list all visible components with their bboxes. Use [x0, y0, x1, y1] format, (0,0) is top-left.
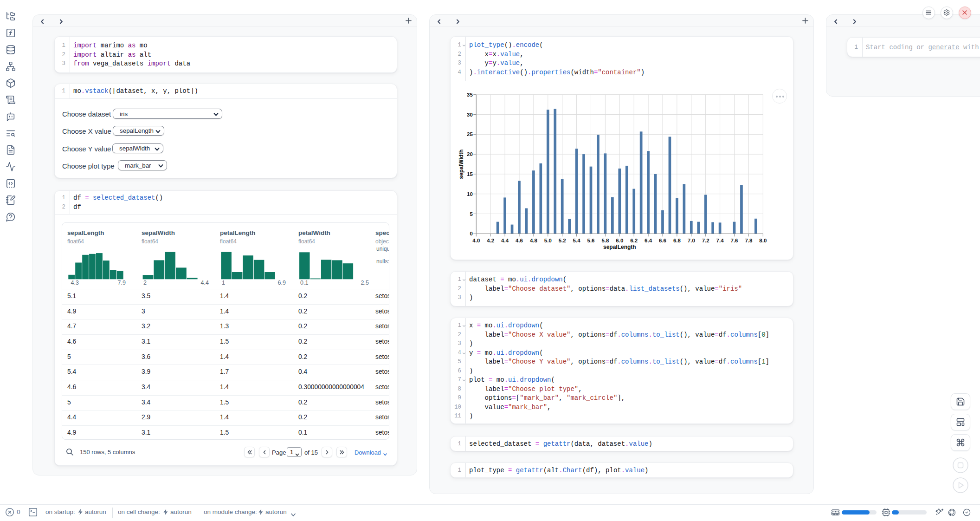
svg-text:5: 5 [470, 211, 473, 217]
svg-text:6.4: 6.4 [645, 238, 652, 243]
svg-text:7.2: 7.2 [702, 238, 709, 243]
svg-text:7.8: 7.8 [745, 238, 753, 243]
svg-text:8.0: 8.0 [759, 238, 767, 243]
svg-text:30: 30 [467, 112, 473, 117]
svg-text:20: 20 [467, 151, 473, 157]
svg-text:4.4: 4.4 [501, 238, 509, 243]
svg-text:7.6: 7.6 [731, 238, 738, 243]
svg-text:35: 35 [467, 92, 473, 98]
svg-text:4.8: 4.8 [530, 238, 538, 243]
svg-text:4.2: 4.2 [487, 238, 494, 243]
svg-text:4.0: 4.0 [472, 238, 480, 243]
svg-text:6.6: 6.6 [659, 238, 666, 243]
svg-text:sepalWidth: sepalWidth [458, 150, 464, 179]
svg-text:0: 0 [470, 231, 472, 236]
svg-text:sepalLength: sepalLength [603, 244, 636, 250]
svg-text:5.0: 5.0 [544, 238, 552, 243]
svg-text:7.4: 7.4 [716, 238, 724, 243]
svg-text:25: 25 [467, 131, 473, 137]
svg-text:5.8: 5.8 [601, 238, 609, 243]
svg-text:5.4: 5.4 [573, 238, 581, 243]
svg-text:4.6: 4.6 [516, 238, 523, 243]
svg-text:6.0: 6.0 [616, 238, 623, 243]
svg-text:6.2: 6.2 [630, 238, 638, 243]
svg-text:10: 10 [467, 191, 473, 197]
svg-text:5.6: 5.6 [587, 238, 595, 243]
svg-text:7.0: 7.0 [688, 238, 695, 243]
svg-text:5.2: 5.2 [559, 238, 566, 243]
svg-text:15: 15 [467, 171, 473, 177]
svg-text:6.8: 6.8 [673, 238, 681, 243]
